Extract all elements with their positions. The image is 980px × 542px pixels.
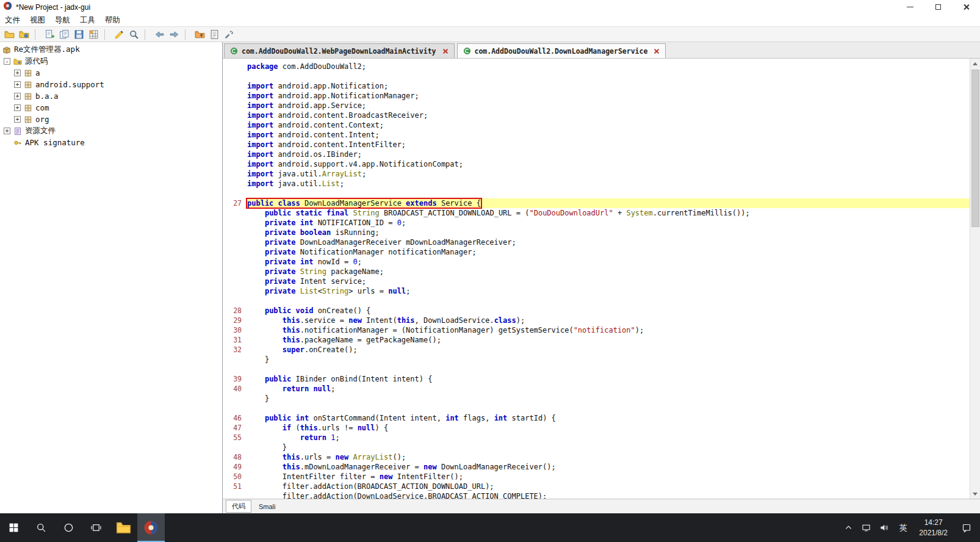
- code-text: public class DownLoadManagerService exte…: [247, 198, 970, 208]
- tree-item[interactable]: Re文件管理器.apk: [0, 44, 222, 56]
- scroll-up-button[interactable]: [970, 59, 980, 68]
- window-controls: [896, 0, 980, 14]
- action-center-button[interactable]: [953, 513, 980, 542]
- editor-tab[interactable]: com.AddDouDouWall2.DownLoadManagerServic…: [457, 43, 666, 58]
- vertical-scrollbar[interactable]: [970, 59, 980, 499]
- tab-close-icon[interactable]: [653, 48, 660, 54]
- expand-toggle-icon[interactable]: +: [14, 70, 21, 76]
- code-text: import java.util.ArrayList;: [247, 169, 970, 179]
- code-line: 48 this.urls = new ArrayList();: [223, 452, 970, 462]
- tree-item[interactable]: +org: [0, 114, 222, 125]
- start-button[interactable]: [0, 513, 27, 542]
- tree-item[interactable]: -源代码: [0, 56, 222, 67]
- deobfuscation-icon: [88, 29, 99, 40]
- code-text: private DownLoadManagerReceiver mDownLoa…: [247, 237, 970, 247]
- code-text: import android.content.IntentFilter;: [247, 140, 970, 150]
- line-number: [223, 120, 247, 130]
- taskbar-clock[interactable]: 14:27 2021/8/2: [913, 518, 953, 538]
- package-icon: [24, 81, 32, 89]
- menu-item[interactable]: 导航: [50, 14, 75, 27]
- code-text: [247, 71, 970, 81]
- code-text: [247, 364, 970, 374]
- menu-item[interactable]: 帮助: [100, 14, 125, 27]
- save-all-button[interactable]: [57, 27, 71, 41]
- settings-button[interactable]: [222, 27, 236, 41]
- view-tab[interactable]: 代码: [226, 500, 251, 513]
- expand-toggle-icon[interactable]: +: [14, 104, 21, 111]
- tab-close-icon[interactable]: [442, 48, 449, 54]
- scrollbar-thumb[interactable]: [971, 70, 979, 227]
- line-number: [223, 110, 247, 120]
- window-title: *New Project - jadx-gui: [16, 3, 90, 12]
- open-project-icon: [19, 29, 29, 40]
- maximize-icon: [935, 4, 941, 10]
- tray-expand-icon: [844, 523, 853, 532]
- tree-item[interactable]: +b.a.a: [0, 90, 222, 102]
- open-file-icon: [4, 29, 15, 40]
- class-search-button[interactable]: [126, 27, 141, 41]
- maximize-button[interactable]: [924, 0, 952, 14]
- package-icon: [24, 104, 32, 112]
- open-project-button[interactable]: [16, 27, 31, 41]
- line-number: 29: [223, 316, 247, 325]
- file-explorer-button[interactable]: [110, 513, 137, 542]
- menu-item[interactable]: 工具: [75, 14, 100, 27]
- save-project-button[interactable]: [71, 27, 86, 41]
- code-text: return 1;: [247, 433, 970, 443]
- expand-toggle-icon[interactable]: +: [4, 128, 10, 134]
- code-line: import android.content.Intent;: [223, 130, 970, 140]
- jadx-taskbar-button[interactable]: [137, 513, 165, 542]
- code-line: }: [223, 443, 970, 452]
- line-number: [223, 403, 247, 413]
- expand-toggle-icon[interactable]: +: [14, 116, 21, 123]
- line-number: [223, 247, 247, 257]
- open-file-button[interactable]: [2, 27, 16, 41]
- editor-tab[interactable]: com.AddDouDouWall2.WebPageDownLoadMainAc…: [224, 43, 455, 58]
- scroll-down-button[interactable]: [970, 489, 980, 499]
- menu-bar: 文件视图导航工具帮助: [0, 14, 980, 26]
- network-icon: [862, 523, 871, 532]
- view-tab[interactable]: Smali: [253, 502, 281, 511]
- tray-icons: [840, 513, 893, 542]
- search-button[interactable]: [27, 513, 55, 542]
- text-search-button[interactable]: [112, 27, 126, 41]
- expand-toggle-icon[interactable]: +: [14, 81, 21, 88]
- signature-icon: [13, 139, 22, 147]
- menu-item[interactable]: 文件: [0, 14, 25, 27]
- export-icon: [195, 29, 205, 40]
- code-line: import java.util.ArrayList;: [223, 169, 970, 179]
- add-files-button[interactable]: [42, 27, 57, 41]
- deobfuscation-button[interactable]: [86, 27, 101, 41]
- cortana-button[interactable]: [55, 513, 82, 542]
- code-text: if (this.urls != null) {: [247, 423, 970, 433]
- code-text: import android.os.IBinder;: [247, 150, 970, 159]
- collapse-toggle-icon[interactable]: -: [4, 58, 10, 65]
- log-viewer-button[interactable]: [207, 27, 222, 41]
- language-indicator[interactable]: 英: [893, 522, 913, 533]
- menu-item[interactable]: 视图: [25, 14, 50, 27]
- close-button[interactable]: [952, 0, 980, 14]
- project-tree: Re文件管理器.apk-源代码+a+android.support+b.a.a+…: [0, 42, 223, 513]
- tray-expand-button[interactable]: [840, 513, 857, 542]
- minimize-button[interactable]: [896, 0, 924, 14]
- volume-button[interactable]: [875, 513, 893, 542]
- code-line: import android.app.Service;: [223, 101, 970, 110]
- tree-item[interactable]: +资源文件: [0, 125, 222, 137]
- code-line: package com.AddDouDouWall2;: [223, 62, 970, 71]
- tree-item[interactable]: APK signature: [0, 137, 222, 148]
- code-line: import android.app.Notification;: [223, 81, 970, 91]
- line-number: 39: [223, 374, 247, 384]
- code-text: }: [247, 443, 970, 452]
- tree-item[interactable]: +com: [0, 102, 222, 114]
- nav-forward-button[interactable]: [167, 27, 181, 41]
- export-button[interactable]: [192, 27, 207, 41]
- code-area[interactable]: package com.AddDouDouWall2;import androi…: [223, 59, 970, 499]
- app-logo-icon: [3, 1, 12, 10]
- tree-item[interactable]: +a: [0, 67, 222, 79]
- expand-toggle-icon[interactable]: +: [14, 93, 21, 99]
- tree-item[interactable]: +android.support: [0, 79, 222, 90]
- network-button[interactable]: [857, 513, 875, 542]
- task-view-button[interactable]: [82, 513, 110, 542]
- cortana-icon: [63, 522, 74, 533]
- nav-back-button[interactable]: [152, 27, 167, 41]
